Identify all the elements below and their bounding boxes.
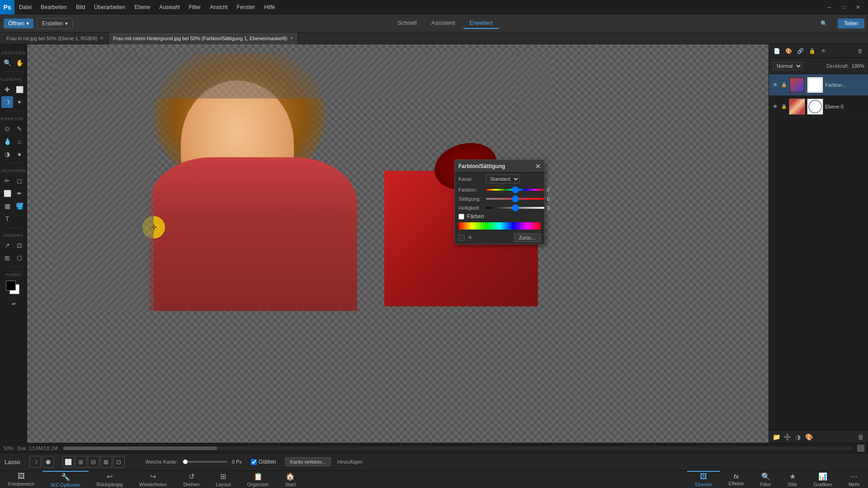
scroll-bar-horizontal[interactable] <box>63 446 852 450</box>
selection-intersect[interactable]: ⊠ <box>100 456 112 468</box>
foreground-color-box[interactable] <box>6 281 16 291</box>
tab-filter[interactable]: 🔍 Filter <box>752 471 779 488</box>
lightness-slider[interactable] <box>486 207 544 209</box>
layer-vis-1[interactable]: 👁 <box>772 103 779 110</box>
eraser-tool[interactable]: ◻ <box>14 175 25 187</box>
brush-tool[interactable]: ✏ <box>1 175 13 187</box>
lasso-freehand[interactable]: ☽ <box>29 456 41 468</box>
layer-vis-0[interactable]: 👁 <box>772 81 779 89</box>
maximize-button[interactable]: □ <box>837 1 850 14</box>
new-adjustment-icon[interactable]: ◑ <box>793 432 803 442</box>
layer-lock-1[interactable]: 🔒 <box>781 103 787 110</box>
layer-row-1[interactable]: 👁 🔒 Ebene 0 <box>769 96 868 117</box>
blend-mode-select[interactable]: Normal <box>773 61 802 70</box>
tab-organizer[interactable]: 📋 Organizer <box>239 471 277 488</box>
delete-layer-icon[interactable]: 🗑 <box>855 46 865 56</box>
liquify-tool[interactable]: ⬡ <box>14 252 25 264</box>
new-group-icon[interactable]: 📁 <box>771 432 782 442</box>
share-button[interactable]: Teilen <box>838 19 864 28</box>
layer-lock-icon[interactable]: 🔒 <box>807 46 817 56</box>
menu-filter[interactable]: Filter <box>184 0 206 14</box>
open-button[interactable]: Öffnen ▾ <box>4 19 33 28</box>
tab-stile[interactable]: ★ Stile <box>779 471 805 488</box>
tab-schnell[interactable]: Schnell <box>391 18 423 29</box>
tab-fotobereich[interactable]: 🖼 Fotobereich <box>0 471 42 488</box>
doc-tab-1[interactable]: Frau mit rotem Hintergrund.jpg bei 50% (… <box>108 33 298 44</box>
zoom-tool[interactable]: 🔍 <box>1 57 13 69</box>
new-fill-icon[interactable]: 🎨 <box>803 432 814 442</box>
back-button[interactable]: Zurüc... <box>514 233 541 242</box>
tab-drehen[interactable]: ↺ Drehen <box>175 471 208 488</box>
menu-ebene[interactable]: Ebene <box>130 0 155 14</box>
menu-hilfe[interactable]: Hilfe <box>259 0 279 14</box>
paint-bucket-tool[interactable]: 🪣 <box>14 200 25 212</box>
menu-ueberarbeiten[interactable]: Überarbeiten <box>90 0 130 14</box>
menu-datei[interactable]: Datei <box>14 0 36 14</box>
saturation-slider[interactable] <box>486 198 544 200</box>
selection-transform[interactable]: ⊡ <box>113 456 125 468</box>
selection-subtract[interactable]: ⊟ <box>88 456 99 468</box>
swap-colors-btn[interactable]: ⇄ <box>8 298 19 310</box>
layer-style-icon[interactable]: 🎨 <box>783 46 793 56</box>
redeye-tool[interactable]: ⊙ <box>1 123 13 135</box>
layer-lock-0[interactable]: 🔒 <box>781 82 787 88</box>
menu-bild[interactable]: Bild <box>71 0 90 14</box>
smudge-tool[interactable]: ⌂ <box>14 136 25 147</box>
tab-grafiken[interactable]: 📊 Grafiken <box>805 471 840 488</box>
transform-tool[interactable]: ↗ <box>1 239 13 251</box>
doc-tab-0[interactable]: Frau in rot.jpg bei 50% (Ebene 1, RGB/8)… <box>2 33 108 44</box>
crop-tool[interactable]: ⊡ <box>14 239 25 251</box>
minimize-button[interactable]: ─ <box>823 1 835 14</box>
search-icon[interactable]: 🔍 <box>818 17 830 30</box>
feather-slider[interactable] <box>182 461 227 463</box>
lasso-polygonal[interactable]: ⬟ <box>42 456 54 468</box>
layer-link-icon[interactable]: 🔗 <box>795 46 805 56</box>
marquee-tool[interactable]: ⬜ <box>14 84 25 95</box>
farben-checkbox[interactable] <box>458 214 464 220</box>
hsl-dialog-close[interactable]: ✕ <box>535 163 541 170</box>
selection-add[interactable]: ⊞ <box>75 456 87 468</box>
hand-tool[interactable]: ✋ <box>14 57 25 69</box>
color-picker[interactable] <box>6 281 21 296</box>
pen-tool[interactable]: ✒ <box>14 188 25 199</box>
move-tool[interactable]: ✚ <box>1 84 13 95</box>
scroll-thumb-horizontal[interactable] <box>63 446 217 450</box>
burn-tool[interactable]: ● <box>14 148 25 160</box>
dodge-tool[interactable]: ◑ <box>1 148 13 160</box>
tab-erweitert[interactable]: Erweitert <box>463 18 499 29</box>
tab-assistent[interactable]: Assistent <box>425 18 462 29</box>
delete-layer-btn[interactable]: 🗑 <box>855 432 866 442</box>
tab-wz-optionen[interactable]: 🔧 WZ-Optionen <box>42 471 88 488</box>
kanal-select[interactable]: Standard <box>486 174 520 183</box>
smooth-checkbox[interactable] <box>251 459 257 465</box>
stamp-tool[interactable]: ✎ <box>14 123 25 135</box>
lasso-tool[interactable]: ☽ <box>1 96 13 108</box>
canvas-area[interactable]: ✛ Farbton/Sättigung ✕ Kanal: Standard <box>27 44 769 443</box>
gradient-tool[interactable]: ▦ <box>1 200 13 212</box>
menu-fenster[interactable]: Fenster <box>232 0 260 14</box>
new-layer-icon[interactable]: ➕ <box>782 432 793 442</box>
tab-wiederholen[interactable]: ↪ Wiederholen <box>131 471 175 488</box>
layer-row-0[interactable]: 👁 🔒 Farbton... <box>769 74 868 96</box>
menu-bearbeiten[interactable]: Bearbeiten <box>36 0 71 14</box>
type-tool[interactable]: T <box>1 213 13 225</box>
tab-start[interactable]: 🏠 Start <box>277 471 304 488</box>
heal-tool[interactable]: 💧 <box>1 136 13 147</box>
new-file-icon[interactable]: 📄 <box>772 46 782 56</box>
tab-layout[interactable]: ⊞ Layout <box>208 471 239 488</box>
menu-ansicht[interactable]: Ansicht <box>205 0 232 14</box>
tab-effekte[interactable]: fx Effekte <box>720 471 752 488</box>
recompose-tool[interactable]: ⊞ <box>1 252 13 264</box>
tab-rueckgaengig[interactable]: ↩ Rückgängig <box>89 471 131 488</box>
doc-tab-close-1[interactable]: ✕ <box>290 36 293 41</box>
refine-edge-button[interactable]: Kante verbess... <box>285 457 331 466</box>
magic-wand-tool[interactable]: ✦ <box>14 96 25 108</box>
shape-tool[interactable]: ⬜ <box>1 188 13 199</box>
tab-mehr[interactable]: ⋯ Mehr <box>840 471 868 488</box>
create-button[interactable]: Erstellen ▾ <box>37 18 73 29</box>
close-button[interactable]: ✕ <box>852 1 864 14</box>
preview-eye-icon[interactable]: 👁 <box>467 235 473 241</box>
hue-slider[interactable] <box>486 189 544 191</box>
tab-ebenen[interactable]: 🖼 Ebenen <box>687 471 721 488</box>
menu-auswahl[interactable]: Auswahl <box>155 0 184 14</box>
